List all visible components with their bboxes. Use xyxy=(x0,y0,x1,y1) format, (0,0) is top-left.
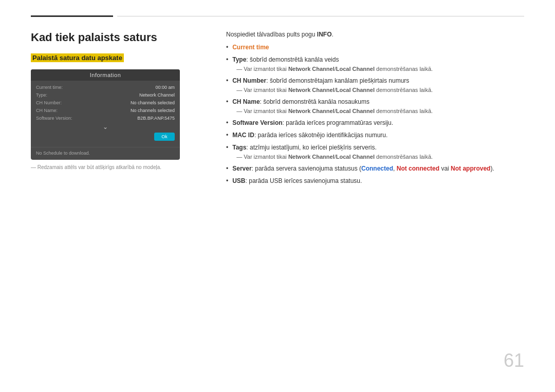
info-value-ch-name: No channels selected xyxy=(131,108,175,113)
ch-name-sub-bold1: Network Channel xyxy=(288,108,335,114)
info-panel-body: Current time: 00:00 am Type: Network Cha… xyxy=(31,81,180,147)
ch-name-subnote: Var izmantot tikai Network Channel/Local… xyxy=(232,107,524,115)
info-footer: No Schedule to download. xyxy=(31,147,180,160)
ch-name-sub-bold2: Local Channel xyxy=(336,108,375,114)
info-row-type: Type: Network Channel xyxy=(36,92,175,98)
list-item-current-time: Current time xyxy=(226,43,524,52)
intro-text-before: Nospiediet tālvadības pults pogu xyxy=(226,31,317,38)
bullet-content-current-time: Current time xyxy=(232,43,524,52)
type-label: Type xyxy=(232,56,246,63)
ch-number-label: CH Number xyxy=(232,77,266,84)
list-item-tags: Tags: atzīmju iestatījumi, ko ierīcei pi… xyxy=(226,143,524,161)
list-item-usb: USB: parāda USB ierīces savienojuma stat… xyxy=(226,177,524,185)
bullet-content-type: Type: šobrīd demonstrētā kanāla veids Va… xyxy=(232,55,524,73)
footnote: — Redzamais attēls var būt atšķirīgs atk… xyxy=(31,164,161,170)
page-container: 61 Kad tiek palaists saturs Palaistā sat… xyxy=(0,0,555,392)
bullet-content-software-version: Software Version: parāda ierīces program… xyxy=(232,119,524,127)
usb-text: : parāda USB ierīces savienojuma statusu… xyxy=(246,177,362,184)
info-label-ch-name: CH Name: xyxy=(36,108,77,113)
bullet-content-ch-name: CH Name: šobrīd demonstrētā kanāla nosau… xyxy=(232,98,524,115)
mac-id-text: : parāda ierīces sākotnējo identifikācij… xyxy=(254,132,387,139)
tags-sub-bold2: Local Channel xyxy=(336,154,375,160)
server-middle: , xyxy=(393,165,397,172)
tags-sub-bold1: Network Channel xyxy=(288,154,335,160)
info-row-ch-name: CH Name: No channels selected xyxy=(36,108,175,113)
info-row-ch-number: CH Number: No channels selected xyxy=(36,100,175,105)
server-text-after: ). xyxy=(490,165,494,172)
intro-text-after: . xyxy=(331,31,333,38)
bullet-content-server: Server: parāda servera savienojuma statu… xyxy=(232,164,524,173)
intro-text: Nospiediet tālvadības pults pogu INFO. xyxy=(226,31,524,38)
info-row-software-version: Software Version: B2B.BP.ANP.5475 xyxy=(36,116,175,121)
type-text: : šobrīd demonstrētā kanāla veids xyxy=(246,56,339,63)
info-label-ch-number: CH Number: xyxy=(36,100,77,105)
bullet-content-tags: Tags: atzīmju iestatījumi, ko ierīcei pi… xyxy=(232,143,524,161)
bullet-content-mac-id: MAC ID: parāda ierīces sākotnējo identif… xyxy=(232,131,524,140)
line-light xyxy=(117,16,524,16)
list-item-software-version: Software Version: parāda ierīces program… xyxy=(226,119,524,127)
ch-number-sub-bold2: Local Channel xyxy=(336,87,375,93)
info-row-current-time: Current time: 00:00 am xyxy=(36,85,175,90)
list-item-ch-name: CH Name: šobrīd demonstrētā kanāla nosau… xyxy=(226,98,524,115)
main-title: Kad tiek palaists saturs xyxy=(31,31,206,44)
main-content: Kad tiek palaists saturs Palaistā satura… xyxy=(31,31,524,361)
info-panel-header: Information xyxy=(31,69,180,81)
list-item-ch-number: CH Number: šobrīd demonstrētajam kanālam… xyxy=(226,77,524,94)
list-item-type: Type: šobrīd demonstrētā kanāla veids Va… xyxy=(226,55,524,73)
ch-number-sub-bold1: Network Channel xyxy=(288,87,335,93)
ch-number-text: : šobrīd demonstrētajam kanālam piešķirt… xyxy=(266,77,409,84)
info-panel: Information Current time: 00:00 am Type:… xyxy=(31,69,180,160)
server-vai: vai xyxy=(439,165,451,172)
current-time-label: Current time xyxy=(232,44,269,51)
list-item-server: Server: parāda servera savienojuma statu… xyxy=(226,164,524,173)
top-decorative-lines xyxy=(31,15,524,17)
server-text-before: : parāda servera savienojuma statusus ( xyxy=(252,165,361,172)
info-label-current-time: Current time: xyxy=(36,85,77,90)
tags-subnote: Var izmantot tikai Network Channel/Local… xyxy=(232,153,524,161)
software-version-text: : parāda ierīces programmatūras versiju. xyxy=(283,119,393,126)
type-subnote: Var izmantot tikai Network Channel/Local… xyxy=(232,65,524,73)
ch-name-text: : šobrīd demonstrētā kanāla nosaukums xyxy=(260,98,369,105)
mac-id-label: MAC ID xyxy=(232,132,254,139)
server-connected: Connected xyxy=(361,165,393,172)
type-sub-bold2: Local Channel xyxy=(336,66,375,72)
usb-label: USB xyxy=(232,177,245,184)
bullet-content-usb: USB: parāda USB ierīces savienojuma stat… xyxy=(232,177,524,185)
tags-text: : atzīmju iestatījumi, ko ierīcei piešķī… xyxy=(246,144,376,151)
ch-name-label: CH Name xyxy=(232,98,260,105)
list-item-mac-id: MAC ID: parāda ierīces sākotnējo identif… xyxy=(226,131,524,140)
info-label-type: Type: xyxy=(36,92,77,98)
bullet-content-ch-number: CH Number: šobrīd demonstrētajam kanālam… xyxy=(232,77,524,94)
info-value-current-time: 00:00 am xyxy=(155,85,175,90)
info-value-software-version: B2B.BP.ANP.5475 xyxy=(137,116,175,121)
server-not-approved: Not approved xyxy=(451,165,490,172)
ch-number-subnote: Var izmantot tikai Network Channel/Local… xyxy=(232,86,524,94)
type-sub-bold1: Network Channel xyxy=(288,66,335,72)
server-not-connected: Not connected xyxy=(397,165,439,172)
info-chevron-icon: ⌄ xyxy=(36,123,175,130)
tags-label: Tags xyxy=(232,144,246,151)
intro-bold: INFO xyxy=(317,31,332,38)
left-column: Kad tiek palaists saturs Palaistā satura… xyxy=(31,31,206,170)
server-label: Server xyxy=(232,165,251,172)
line-dark xyxy=(31,15,113,17)
info-ok-button[interactable]: Ok xyxy=(154,133,175,141)
info-label-software-version: Software Version: xyxy=(36,116,77,121)
info-value-type: Network Channel xyxy=(139,92,175,98)
bullet-list: Current time Type: šobrīd demonstrētā ka… xyxy=(226,43,524,185)
subtitle: Palaistā satura datu apskate xyxy=(31,53,124,62)
info-value-ch-number: No channels selected xyxy=(131,100,175,105)
software-version-label: Software Version xyxy=(232,119,282,126)
right-column: Nospiediet tālvadības pults pogu INFO. C… xyxy=(226,31,524,189)
